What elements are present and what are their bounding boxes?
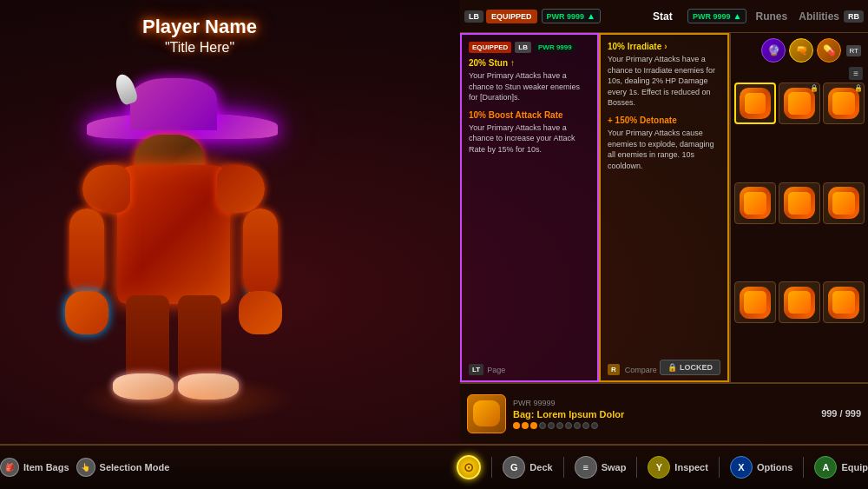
- inspect-button[interactable]: Y: [648, 456, 670, 479]
- compare-label: Compare: [625, 366, 657, 374]
- inv-slot-2-img: [784, 88, 816, 120]
- item-bags-icon[interactable]: 🎒: [0, 458, 19, 477]
- selection-mode-wrap[interactable]: 👆 Selection Mode: [76, 458, 170, 477]
- main-panel: LB EQUIPPED PWR 9999 ▲ Stat PWR 9999 ▲ R…: [460, 0, 868, 443]
- swap-btn-wrap[interactable]: ≡ Swap: [575, 456, 627, 479]
- inv-icon-item[interactable]: 💊: [817, 38, 841, 63]
- selection-mode-label: Selection Mode: [100, 462, 170, 472]
- item-count: 999 / 999: [821, 408, 861, 419]
- ability1-text: 20% Stun: [469, 58, 508, 68]
- equip-label: Equip: [841, 462, 868, 472]
- char-shoulder-right: [217, 165, 265, 213]
- char-leg-right: [178, 295, 221, 382]
- separator-5: [803, 457, 804, 478]
- dot-2: [522, 422, 529, 429]
- lb-badge: LB: [515, 42, 531, 53]
- char-glow: [78, 373, 295, 426]
- char-arm-right: [243, 208, 278, 295]
- ability2-title-left: 10% Boost Attack Rate: [469, 110, 590, 120]
- swap-button[interactable]: ≡: [575, 456, 597, 479]
- inv-icon-ammo[interactable]: 🔫: [789, 38, 813, 63]
- hat-top: [130, 78, 217, 130]
- cards-area: EQUIPPED LB PWR 9999 20% Stun ↑ Your Pri…: [460, 33, 729, 382]
- dot-5: [548, 422, 555, 429]
- inventory-grid: [734, 83, 865, 379]
- inv-icon-purple[interactable]: 🔮: [761, 38, 786, 63]
- inv-slot-8-img: [784, 287, 816, 319]
- char-fist-left: [65, 291, 108, 334]
- inv-slot-5[interactable]: [779, 182, 820, 224]
- stat-arrow-icon: ▲: [733, 11, 741, 21]
- char-arm-left: [69, 208, 104, 295]
- separator-1: [491, 457, 492, 478]
- dot-4: [539, 422, 546, 429]
- pwr-arrow-icon: ▲: [587, 11, 595, 21]
- tab-runes[interactable]: Runes: [748, 3, 794, 30]
- character-area: Player Name "Title Here" ⚡ 💎: [0, 0, 399, 443]
- equipped-tab[interactable]: EQUIPPED: [486, 10, 537, 23]
- ability1-title-right: 10% Irradiate ›: [608, 42, 720, 51]
- options-label: Options: [757, 462, 793, 472]
- action-bar: 🎒 Item Bags 👆 Selection Mode ⊙ G Deck ≡ …: [0, 444, 868, 489]
- inspect-label: Inspect: [674, 462, 708, 472]
- player-name: Player Name: [142, 16, 257, 38]
- inv-slot-5-img: [784, 187, 816, 219]
- card-pwr-value: PWR 9999: [538, 43, 572, 51]
- rt-inv-badge: RT: [846, 45, 861, 56]
- tab-stat[interactable]: Stat: [640, 3, 686, 30]
- ability2-text: 10% Boost Attack Rate: [469, 110, 563, 120]
- options-btn-wrap[interactable]: X Options: [730, 456, 793, 479]
- character-figure: ⚡ 💎: [35, 69, 339, 426]
- inv-slot-2[interactable]: [779, 83, 820, 124]
- dot-1: [513, 422, 520, 429]
- compare-r-button[interactable]: R: [608, 364, 620, 375]
- dot-9: [582, 422, 589, 429]
- inv-slot-1-img: [740, 88, 770, 118]
- compare-ability1-text: 10% Irradiate: [608, 42, 661, 51]
- item-bags-label: Item Bags: [23, 462, 69, 472]
- ability2-desc-right: Your Primary Attacks cause enemies to ex…: [608, 128, 720, 171]
- ability1-desc-right: Your Primary Attacks have a chance to Ir…: [608, 54, 720, 109]
- deck-btn-wrap[interactable]: G Deck: [503, 456, 552, 479]
- inv-slot-9[interactable]: [823, 281, 865, 323]
- rb-button[interactable]: RB: [844, 10, 864, 23]
- ability1-arrow-icon: ↑: [510, 58, 515, 68]
- inv-slot-9-img: [828, 287, 860, 319]
- equip-button[interactable]: A: [814, 456, 837, 479]
- equip-btn-wrap[interactable]: A Equip: [814, 456, 868, 479]
- inspect-btn-wrap[interactable]: Y Inspect: [648, 456, 708, 479]
- inv-slot-1[interactable]: [734, 83, 776, 124]
- separator-2: [563, 457, 564, 478]
- item-info: PWR 99999 Bag: Lorem Ipsum Dolor: [513, 399, 814, 429]
- list-btn-row: ≡: [734, 67, 865, 80]
- selection-mode-icon[interactable]: 👆: [76, 458, 95, 477]
- list-view-button[interactable]: ≡: [849, 67, 863, 80]
- inv-slot-3[interactable]: [823, 83, 865, 124]
- bottom-info-bar: PWR 99999 Bag: Lorem Ipsum Dolor 999 / 9…: [460, 382, 868, 443]
- lt-button[interactable]: LT: [469, 364, 483, 375]
- char-shoulder-left: [82, 165, 130, 213]
- inv-icons-row: 🔮 🔫 💊 RT: [734, 36, 865, 64]
- tabs-header: LB EQUIPPED PWR 9999 ▲ Stat PWR 9999 ▲ R…: [460, 0, 868, 33]
- tab-abilities[interactable]: Abilities: [794, 3, 844, 30]
- dot-8: [574, 422, 581, 429]
- lb-button[interactable]: LB: [464, 10, 483, 23]
- compare-ability2-text: + 150% Detonate: [608, 116, 677, 125]
- item-power: PWR 99999: [513, 399, 814, 407]
- gold-coin[interactable]: ⊙: [457, 455, 481, 479]
- inv-slot-6[interactable]: [823, 182, 865, 224]
- inv-slot-8[interactable]: [779, 281, 820, 323]
- inv-slot-6-img: [828, 187, 860, 219]
- item-dots: [513, 422, 814, 429]
- inv-slot-3-img: [828, 88, 860, 120]
- options-button[interactable]: X: [730, 456, 753, 479]
- inventory-area: 🔮 🔫 💊 RT ≡: [729, 33, 868, 382]
- inv-slot-7-img: [740, 287, 772, 319]
- item-bags-wrap[interactable]: 🎒 Item Bags: [0, 458, 69, 477]
- locked-label: LOCKED: [680, 363, 713, 372]
- dot-6: [556, 422, 563, 429]
- deck-button[interactable]: G: [503, 456, 525, 479]
- inv-slot-7[interactable]: [734, 281, 776, 323]
- inv-slot-4[interactable]: [734, 182, 776, 224]
- locked-icon: 🔒: [667, 363, 677, 372]
